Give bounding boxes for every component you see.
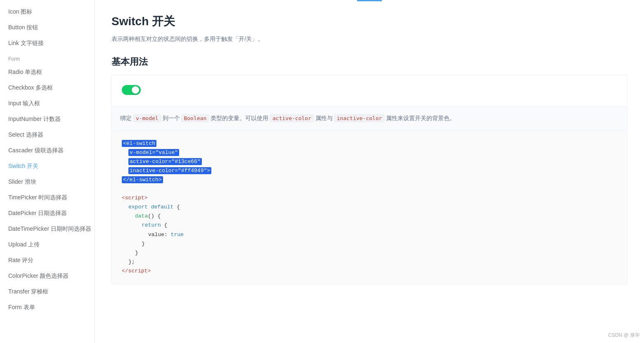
sidebar-item-form[interactable]: Form 表单 bbox=[0, 300, 95, 315]
code-line-export: export default { bbox=[122, 203, 617, 212]
switch-demo[interactable] bbox=[122, 85, 141, 95]
sidebar-item-transfer[interactable]: Transfer 穿梭框 bbox=[0, 284, 95, 300]
section-title-basic: 基本用法 bbox=[111, 56, 627, 68]
code-attr-vmodel: v-model="value" bbox=[128, 149, 179, 156]
desc-code2: Boolean bbox=[181, 114, 209, 122]
code-line-3: active-color="#13ce66" bbox=[122, 157, 617, 166]
page-title: Switch 开关 bbox=[111, 14, 627, 29]
sidebar-item-datepicker[interactable]: DatePicker 日期选择器 bbox=[0, 206, 95, 221]
sidebar-item-datetimepicker[interactable]: DateTimePicker 日期时间选择器 bbox=[0, 221, 95, 237]
code-line-script-close: </script> bbox=[122, 267, 617, 276]
main-content: Switch 开关 表示两种相互对立的状态间的切换，多用于触发「开/关」。 基本… bbox=[95, 0, 644, 343]
desc-code3: active-color bbox=[270, 114, 314, 122]
code-line-close-brace3: }; bbox=[122, 258, 617, 267]
code-tag-el-switch: <el-switch bbox=[122, 140, 156, 147]
switch-knob bbox=[132, 86, 139, 94]
sidebar-item-select[interactable]: Select 选择器 bbox=[0, 127, 95, 143]
code-line-close-brace2: } bbox=[122, 248, 617, 258]
app-layout: Icon 图标 Button 按钮 Link 文字链接 Form Radio 单… bbox=[0, 0, 644, 343]
code-line-value: value: true bbox=[122, 230, 617, 239]
code-line-blank bbox=[122, 185, 617, 194]
code-attr-active-color: active-color="#13ce66" bbox=[128, 158, 202, 165]
sidebar-item-button[interactable]: Button 按钮 bbox=[0, 20, 95, 35]
desc-text3: 类型的变量。可以使用 bbox=[211, 115, 268, 121]
code-line-return: return { bbox=[122, 221, 617, 230]
code-line-1: <el-switch bbox=[122, 139, 617, 148]
desc-text2b: 到一个 bbox=[163, 115, 180, 121]
switch-track[interactable] bbox=[122, 85, 141, 95]
sidebar-item-checkbox[interactable]: Checkbox 多选框 bbox=[0, 80, 95, 96]
sidebar-item-switch[interactable]: Switch 开关 bbox=[0, 158, 95, 174]
code-line-4: inactive-color="#ff4949"> bbox=[122, 166, 617, 175]
code-tag-close-el-switch: </el-switch> bbox=[122, 176, 163, 183]
sidebar-item-inputnumber[interactable]: InputNumber 计数器 bbox=[0, 111, 95, 127]
code-line-2: v-model="value" bbox=[122, 148, 617, 157]
sidebar-item-radio[interactable]: Radio 单选框 bbox=[0, 64, 95, 80]
sidebar-item-timepicker[interactable]: TimePicker 时间选择器 bbox=[0, 190, 95, 206]
code-attr-inactive-color: inactive-color="#ff4949"> bbox=[128, 167, 211, 174]
code-line-script-open: <script> bbox=[122, 194, 617, 203]
code-line-5: </el-switch> bbox=[122, 175, 617, 185]
desc-text4: 属性与 bbox=[315, 115, 333, 121]
sidebar-item-upload[interactable]: Upload 上传 bbox=[0, 237, 95, 253]
page-description: 表示两种相互对立的状态间的切换，多用于触发「开/关」。 bbox=[111, 34, 627, 43]
top-accent-bar bbox=[111, 0, 627, 1]
code-line-close-brace1: } bbox=[122, 239, 617, 248]
sidebar-section-form: Form bbox=[0, 51, 95, 64]
sidebar-item-rate[interactable]: Rate 评分 bbox=[0, 253, 95, 268]
desc-text5: 属性来设置开关的背景色。 bbox=[386, 115, 455, 121]
code-block: <el-switch v-model="value" active-color=… bbox=[111, 131, 627, 284]
sidebar-item-colorpicker[interactable]: ColorPicker 颜色选择器 bbox=[0, 268, 95, 284]
watermark: CSDN @ 厚学 bbox=[608, 332, 640, 339]
code-line-data: data() { bbox=[122, 212, 617, 221]
sidebar-item-cascader[interactable]: Cascader 级联选择器 bbox=[0, 143, 95, 158]
sidebar-item-icon[interactable]: Icon 图标 bbox=[0, 4, 95, 20]
sidebar-item-input[interactable]: Input 输入框 bbox=[0, 96, 95, 111]
sidebar-item-link[interactable]: Link 文字链接 bbox=[0, 35, 95, 51]
description-box: 绑定 v-model 到一个 Boolean 类型的变量。可以使用 active… bbox=[111, 106, 627, 130]
sidebar-item-slider[interactable]: Slider 滑块 bbox=[0, 174, 95, 190]
desc-code4: inactive-color bbox=[334, 114, 385, 122]
sidebar: Icon 图标 Button 按钮 Link 文字链接 Form Radio 单… bbox=[0, 0, 95, 343]
demo-box bbox=[111, 75, 627, 106]
desc-code1: v-model bbox=[133, 114, 161, 122]
desc-text1: 绑定 bbox=[120, 115, 132, 121]
